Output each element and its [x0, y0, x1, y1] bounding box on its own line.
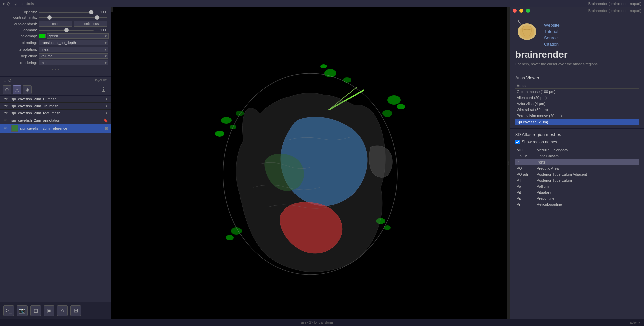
auto-contrast-label: auto-contrast: — [3, 22, 37, 26]
delete-layer-button[interactable]: 🗑 — [99, 85, 108, 94]
layer-item[interactable]: 👁 sju_cavefish_2um_P_mesh ★ — [0, 96, 111, 103]
gamma-thumb[interactable] — [64, 28, 69, 32]
atlas-name: Sju cavefish (2 μm) — [515, 119, 639, 125]
layer-item[interactable]: 👁 sju_cavefish_2um_reference ⊞ — [0, 124, 111, 133]
gamma-row: gamma: 1.00 — [3, 28, 107, 32]
region-abbr: Pr — [515, 201, 535, 207]
atlas-row[interactable]: Whs sd rat (39 μm) — [515, 107, 639, 113]
layer-name: sju_cavefish_2um_P_mesh — [11, 97, 103, 101]
gamma-slider[interactable] — [39, 30, 94, 31]
region-row[interactable]: PTPosterior Tuberculum — [515, 177, 639, 183]
region-row[interactable]: PO adjPosterior Tuberculum Adjacent — [515, 171, 639, 177]
labels-tool[interactable]: ◈ — [23, 85, 32, 94]
blending-row: blending: translucent_no_depth ▼ — [3, 40, 107, 45]
auto-contrast-continuous-button[interactable]: continuous — [74, 21, 107, 27]
atlas-name: Whs sd rat (39 μm) — [515, 107, 639, 113]
layer-controls-label: layer controls — [12, 2, 34, 6]
atlas-table: Atlas Ostern mouse (100 μm)Allen cord (2… — [515, 83, 639, 125]
interpolation-label: interpolation: — [3, 47, 37, 51]
region-row[interactable]: MOMedulla Oblongata — [515, 147, 639, 153]
layer-name: sju_cavefish_2um_reference — [20, 126, 103, 130]
layer-item[interactable]: 👁 sju_cavefish_2um_annotation 🔖 — [0, 117, 111, 124]
home-button[interactable]: ⌂ — [57, 305, 68, 316]
region-row[interactable]: PrReticulopontine — [515, 201, 639, 207]
colormap-label: colormap: — [3, 34, 37, 38]
region-row[interactable]: PitPituatary — [515, 189, 639, 195]
show-region-names-checkbox[interactable] — [515, 140, 520, 144]
contrast-slider[interactable] — [39, 17, 107, 18]
show-region-names-label: Show region names — [522, 140, 557, 144]
add-points-tool[interactable]: ⊕ — [3, 85, 11, 94]
atlas-row[interactable]: Azba zfish (4 μm) — [515, 101, 639, 107]
region-row[interactable]: PPons — [515, 159, 639, 165]
panel-title: Brainrender (brainrender-napari) — [533, 9, 641, 13]
atlas-name: Azba zfish (4 μm) — [515, 101, 639, 107]
atlas-viewer-section: Atlas Viewer Atlas Ostern mouse (100 μm)… — [510, 72, 644, 129]
region-row[interactable]: POPreoptic Area — [515, 165, 639, 171]
atlas-scroll[interactable]: Atlas Ostern mouse (100 μm)Allen cord (2… — [515, 83, 639, 125]
blending-dropdown[interactable]: translucent_no_depth — [39, 40, 108, 45]
terminal-button[interactable]: >_ — [3, 305, 14, 316]
atlas-name: Ostern mouse (100 μm) — [515, 89, 639, 95]
layer-item[interactable]: 👁 sju_cavefish_2um_root_mesh ★ — [0, 110, 111, 117]
colormap-dropdown[interactable]: green — [47, 33, 109, 39]
atlas-row[interactable]: Allen cord (20 μm) — [515, 95, 639, 101]
layer-star-icon: ★ — [105, 104, 108, 108]
layer-item[interactable]: 👁 sju_cavefish_2um_Th_mesh ★ — [0, 103, 111, 110]
region-abbr: Pit — [515, 189, 535, 195]
3d-button[interactable]: ◻ — [30, 305, 41, 316]
region-row[interactable]: PaPallium — [515, 183, 639, 189]
region-abbr: MO — [515, 147, 535, 153]
atlas-row[interactable]: Sju cavefish (2 μm) — [515, 119, 639, 125]
opacity-row: opacity: 1.00 — [3, 10, 107, 14]
region-scroll[interactable]: MOMedulla OblongataOp ChOptic ChiasmPPon… — [515, 147, 639, 207]
visibility-eye-icon[interactable]: 👁 — [3, 111, 9, 115]
atlas-row[interactable]: Ostern mouse (100 μm) — [515, 89, 639, 95]
region-abbr: Op Ch — [515, 153, 535, 159]
region-row[interactable]: PpPrepontine — [515, 195, 639, 201]
opacity-thumb[interactable] — [89, 10, 93, 14]
left-handle[interactable]: • • • — [111, 7, 113, 12]
layer-controls-search[interactable]: Q — [8, 78, 11, 82]
svg-line-20 — [519, 21, 521, 25]
atlas-row[interactable]: Perens lsfm mouse (20 μm) — [515, 113, 639, 119]
gamma-label: gamma: — [3, 28, 37, 32]
grid-button[interactable]: ▣ — [44, 305, 54, 316]
citation-link[interactable]: Citation — [544, 42, 560, 47]
region-name: Posterior Tuberculum Adjacent — [535, 171, 639, 177]
shapes-tool[interactable]: △ — [13, 85, 21, 94]
atlas-name: Allen cord (20 μm) — [515, 95, 639, 101]
svg-point-14 — [226, 235, 234, 240]
tutorial-link[interactable]: Tutorial — [544, 29, 560, 34]
visibility-eye-icon[interactable]: 👁 — [3, 104, 9, 108]
website-link[interactable]: Website — [544, 22, 560, 28]
extra-button[interactable]: ⊞ — [70, 305, 81, 316]
right-handle[interactable]: • • • — [507, 7, 510, 319]
auto-contrast-once-button[interactable]: once — [39, 21, 72, 27]
layer-controls-icon: ⊞ — [3, 78, 6, 82]
canvas-area[interactable]: • • • — [111, 7, 510, 319]
maximize-button[interactable] — [526, 9, 530, 13]
opacity-slider[interactable] — [39, 12, 94, 13]
rendering-dropdown[interactable]: mip — [39, 60, 108, 65]
interpolation-dropdown[interactable]: linear — [39, 47, 108, 52]
atlas-3d-section: 3D Atlas region meshes Show region names… — [510, 129, 644, 211]
contrast-label: contrast limits: — [3, 15, 37, 19]
layer-star-icon: ★ — [105, 97, 108, 101]
interpolation-row: interpolation: linear ▼ — [3, 47, 107, 52]
depiction-dropdown[interactable]: volume — [39, 53, 108, 59]
source-link[interactable]: Source — [544, 35, 560, 40]
contrast-low-thumb[interactable] — [47, 15, 52, 20]
minimize-button[interactable] — [519, 9, 523, 13]
contrast-high-thumb[interactable] — [95, 15, 99, 20]
svg-point-4 — [387, 95, 401, 105]
depiction-row: depiction: volume ▼ — [3, 53, 107, 59]
handle-dots: • • • — [111, 7, 114, 12]
region-row[interactable]: Op ChOptic Chiasm — [515, 153, 639, 159]
brainrender-logo — [515, 20, 539, 47]
close-button[interactable] — [513, 9, 517, 13]
visibility-eye-icon[interactable]: 👁 — [3, 97, 9, 101]
screenshot-button[interactable]: 📷 — [17, 305, 28, 316]
visibility-eye-icon[interactable]: 👁 — [3, 126, 9, 131]
visibility-eye-icon[interactable]: 👁 — [3, 118, 9, 123]
